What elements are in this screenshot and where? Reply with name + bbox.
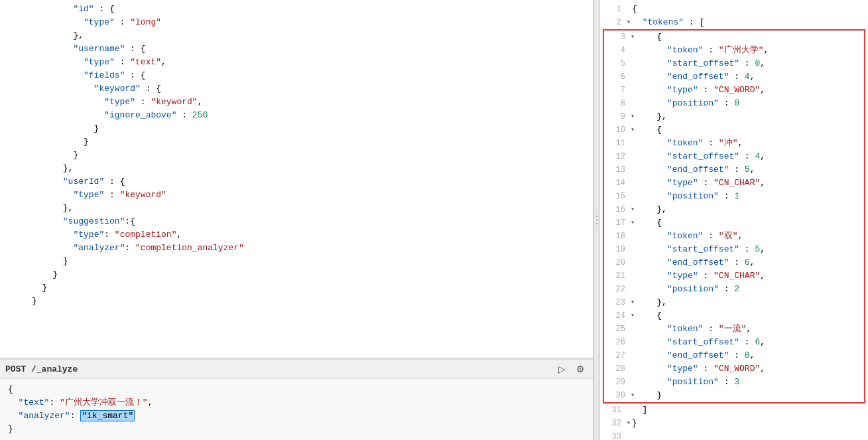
right-line-number: 22	[607, 283, 625, 296]
right-code-line: 25 "token" : "一流",	[604, 323, 864, 336]
right-code-line: 23▾ },	[604, 296, 864, 309]
right-line-number: 5	[607, 57, 625, 70]
code-line: "type" : "keyword",	[0, 96, 593, 109]
line-content: }	[32, 295, 588, 308]
line-content: "id" : {	[32, 3, 588, 16]
right-line-number: 26	[607, 336, 625, 349]
right-code-line: 22 "position" : 2	[604, 283, 864, 296]
bottom-area: POST /_analyze ▷ ⚙ { "text": "广州大学冲双一流！"…	[0, 358, 593, 440]
right-code-area[interactable]: 1 {2▾ "tokens" : [3▾ {4 "token" : "广州大学"…	[600, 0, 868, 440]
line-content: "userId" : {	[32, 175, 588, 188]
red-border-section: 3▾ {4 "token" : "广州大学",5 "start_offset" …	[603, 29, 865, 403]
expand-button[interactable]	[631, 336, 635, 349]
line-content: }	[32, 135, 588, 149]
bottom-header: POST /_analyze ▷ ⚙	[0, 360, 593, 379]
line-content: "type" : "keyword",	[32, 96, 588, 109]
expand-button[interactable]	[631, 163, 635, 177]
panel-divider[interactable]: ⋮	[593, 0, 600, 440]
expand-button[interactable]: ▾	[631, 389, 635, 402]
bottom-title: POST /_analyze	[5, 364, 78, 374]
right-code-line: 27 "end_offset" : 8,	[604, 349, 864, 362]
expand-button[interactable]: ▾	[631, 110, 635, 123]
expand-button[interactable]	[631, 137, 635, 150]
expand-button[interactable]: ▾	[627, 417, 631, 430]
line-content: },	[32, 162, 588, 175]
expand-button[interactable]: ▾	[631, 31, 635, 44]
expand-button[interactable]	[631, 150, 635, 163]
right-line-content: {	[632, 3, 637, 16]
expand-button[interactable]	[631, 97, 635, 110]
expand-button[interactable]	[631, 376, 635, 389]
line-content: "keyword" : {	[32, 82, 588, 96]
right-line-number: 18	[607, 230, 625, 243]
right-line-content: "token" : "冲",	[636, 137, 743, 150]
right-line-number: 28	[607, 362, 625, 376]
right-line-content: "start_offset" : 6,	[636, 336, 765, 349]
expand-button[interactable]	[631, 230, 635, 243]
run-button[interactable]: ▷	[556, 362, 568, 376]
expand-button[interactable]	[627, 403, 631, 417]
code-line: }	[0, 268, 593, 281]
expand-button[interactable]	[631, 349, 635, 362]
expand-button[interactable]	[631, 44, 635, 57]
expand-button[interactable]	[631, 256, 635, 269]
right-line-content: "position" : 2	[636, 283, 739, 296]
right-code-line: 31 ]	[600, 403, 868, 417]
settings-button[interactable]: ⚙	[574, 362, 588, 376]
right-code-line: 16▾ },	[604, 203, 864, 216]
code-line: "userId" : {	[0, 175, 593, 188]
expand-button[interactable]: ▾	[631, 309, 635, 323]
line-content: "username" : {	[32, 42, 588, 56]
right-line-content: {	[636, 216, 662, 230]
expand-button[interactable]	[631, 177, 635, 190]
line-content: "type": "completion",	[32, 228, 588, 242]
code-line: }	[0, 135, 593, 149]
right-code-line: 12 "start_offset" : 4,	[604, 150, 864, 163]
expand-button[interactable]: ▾	[631, 216, 635, 230]
bottom-code-line: }	[8, 423, 585, 436]
right-code-line: 11 "token" : "冲",	[604, 137, 864, 150]
right-line-content: },	[636, 203, 667, 216]
right-code-line: 18 "token" : "双",	[604, 230, 864, 243]
expand-button[interactable]	[631, 190, 635, 203]
expand-button[interactable]	[631, 323, 635, 336]
code-line: }	[0, 149, 593, 162]
right-line-content: "type" : "CN_CHAR",	[636, 269, 765, 283]
right-line-content: "start_offset" : 5,	[636, 243, 765, 256]
code-line: "keyword" : {	[0, 82, 593, 96]
right-line-number: 11	[607, 137, 625, 150]
right-code-line: 6 "end_offset" : 4,	[604, 70, 864, 84]
right-line-number: 29	[607, 376, 625, 389]
expand-button[interactable]	[627, 430, 631, 440]
expand-button[interactable]	[631, 269, 635, 283]
line-content: }	[32, 268, 588, 281]
expand-button[interactable]	[631, 70, 635, 84]
right-line-content: "type" : "CN_WORD",	[636, 362, 765, 376]
bottom-code[interactable]: { "text": "广州大学冲双一流！", "analyzer": "ik_s…	[0, 379, 593, 440]
right-line-number: 14	[607, 177, 625, 190]
right-line-number: 30	[607, 389, 625, 402]
code-line: "analyzer": "completion_analyzer"	[0, 242, 593, 255]
line-content: },	[32, 202, 588, 215]
right-line-content: "position" : 3	[636, 376, 739, 389]
expand-button[interactable]	[631, 84, 635, 97]
right-code-line: 3▾ {	[604, 31, 864, 44]
expand-button[interactable]: ▾	[631, 203, 635, 216]
right-code-line: 24▾ {	[604, 309, 864, 323]
code-line: "suggestion":{	[0, 215, 593, 228]
right-line-content: "end_offset" : 5,	[636, 163, 755, 177]
expand-button[interactable]: ▾	[631, 123, 635, 137]
expand-button[interactable]	[631, 362, 635, 376]
expand-button[interactable]	[627, 3, 631, 16]
left-code-area[interactable]: "id" : { "type" : "long" }, "username" :…	[0, 0, 593, 358]
expand-button[interactable]: ▾	[627, 16, 631, 29]
code-line: "type" : "keyword"	[0, 188, 593, 202]
expand-button[interactable]	[631, 283, 635, 296]
right-code-line: 2▾ "tokens" : [	[600, 16, 868, 29]
left-panel: "id" : { "type" : "long" }, "username" :…	[0, 0, 593, 440]
expand-button[interactable]	[631, 57, 635, 70]
code-line: },	[0, 202, 593, 215]
expand-button[interactable]: ▾	[631, 296, 635, 309]
line-content: "suggestion":{	[32, 215, 588, 228]
expand-button[interactable]	[631, 243, 635, 256]
